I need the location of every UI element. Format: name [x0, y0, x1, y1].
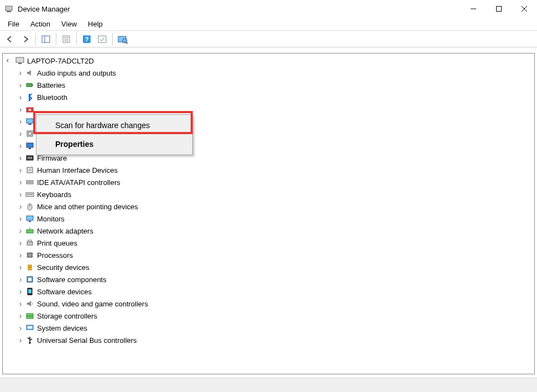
expander-icon[interactable] [17, 215, 24, 222]
tree-node[interactable]: IDE ATA/ATAPI controllers [3, 176, 534, 188]
expander-icon[interactable] [17, 300, 24, 307]
expander-icon[interactable] [17, 276, 24, 283]
bluetooth-icon [25, 92, 35, 102]
action-button[interactable] [96, 33, 109, 46]
tree-node[interactable] [3, 103, 534, 115]
tree-node-label: Software components [37, 276, 107, 284]
battery-icon [25, 80, 35, 90]
expander-icon[interactable] [17, 240, 24, 246]
svg-text:?: ? [85, 36, 89, 43]
tree-root-label: LAPTOP-7ADCLT2D [27, 57, 94, 65]
cpu-icon [25, 250, 35, 260]
expander-icon[interactable] [17, 142, 24, 149]
svg-rect-21 [32, 84, 33, 86]
network-icon [25, 226, 35, 236]
expander-icon[interactable] [17, 179, 24, 186]
audio-icon [25, 68, 35, 78]
toolbar-separator [35, 33, 36, 45]
expander-icon[interactable] [17, 70, 24, 76]
minimize-button[interactable] [461, 0, 486, 18]
menu-file[interactable]: File [2, 19, 25, 29]
scan-hardware-button[interactable] [116, 33, 129, 46]
toolbar-separator [76, 33, 77, 45]
tree-node[interactable]: System devices [3, 322, 534, 334]
tree-node[interactable]: Software devices [3, 285, 534, 298]
svg-rect-20 [27, 83, 32, 87]
expander-icon[interactable] [17, 191, 24, 198]
tree-node[interactable]: Storage controllers [3, 310, 534, 322]
svg-point-23 [29, 109, 31, 111]
toolbar-separator [112, 33, 113, 45]
expander-icon[interactable] [17, 130, 24, 137]
tree-node-label: Processors [37, 251, 73, 259]
app-icon [4, 4, 13, 13]
expander-icon[interactable] [17, 337, 24, 343]
properties-button[interactable] [60, 33, 73, 46]
expander-icon[interactable] [17, 94, 24, 100]
tree-node[interactable]: Software components [3, 273, 534, 285]
svg-rect-58 [27, 316, 33, 319]
expander-icon[interactable] [17, 118, 24, 125]
tree-root[interactable]: LAPTOP-7ADCLT2D [3, 55, 534, 67]
help-button[interactable]: ? [80, 33, 93, 46]
monitor-icon [25, 214, 35, 224]
back-button[interactable] [3, 33, 17, 46]
expander-icon[interactable] [17, 264, 24, 271]
svg-rect-15 [118, 36, 126, 42]
svg-point-52 [29, 267, 31, 268]
tree-node[interactable]: Human Interface Devices [3, 164, 534, 176]
svg-rect-57 [27, 314, 33, 316]
disk-icon [25, 129, 35, 139]
tree-node[interactable]: Print queues [3, 237, 534, 249]
menu-help[interactable]: Help [82, 19, 108, 29]
firmware-icon [25, 153, 35, 163]
maximize-button[interactable] [486, 0, 512, 18]
tree-node-label: IDE ATA/ATAPI controllers [37, 178, 120, 187]
svg-rect-56 [28, 289, 31, 293]
window-title: Device Manager [18, 5, 461, 13]
computer-icon [25, 116, 35, 126]
keyboard-icon [25, 189, 35, 199]
expander-icon[interactable] [17, 288, 24, 295]
expander-icon[interactable] [17, 106, 24, 113]
display-icon [25, 141, 35, 151]
svg-rect-14 [98, 36, 106, 43]
tree-node[interactable]: Network adapters [3, 225, 534, 237]
svg-rect-6 [42, 36, 50, 43]
tree-node[interactable]: Batteries [3, 79, 534, 91]
window-controls [461, 0, 537, 18]
tree-node-label: Network adapters [37, 227, 93, 235]
tree-node[interactable]: Processors [3, 249, 534, 261]
tree-node[interactable]: Sound, video and game controllers [3, 298, 534, 310]
expander-icon[interactable] [17, 227, 24, 234]
menu-view[interactable]: View [56, 19, 82, 29]
forward-button[interactable] [19, 33, 32, 46]
expander-icon[interactable] [17, 82, 24, 88]
show-hide-tree-button[interactable] [39, 33, 52, 46]
menu-action[interactable]: Action [25, 19, 56, 29]
expander-icon[interactable] [17, 325, 24, 331]
tree-node[interactable]: Universal Serial Bus controllers [3, 334, 534, 346]
device-tree[interactable]: LAPTOP-7ADCLT2D Audio inputs and outputs… [2, 53, 535, 374]
expander-icon[interactable] [6, 57, 13, 64]
svg-rect-40 [27, 216, 33, 220]
ctx-properties[interactable]: Properties [38, 135, 191, 153]
toolbar-separator [56, 33, 56, 45]
expander-icon[interactable] [17, 203, 24, 210]
ctx-scan-hardware[interactable]: Scan for hardware changes [38, 116, 191, 135]
tree-node[interactable]: Security devices [3, 261, 534, 273]
tree-node[interactable]: Bluetooth [3, 91, 534, 103]
tree-node[interactable]: Monitors [3, 213, 534, 225]
expander-icon[interactable] [17, 155, 24, 161]
close-button[interactable] [512, 0, 537, 18]
tree-node[interactable]: Keyboards [3, 188, 534, 200]
tree-node[interactable]: Mice and other pointing devices [3, 200, 534, 213]
security-icon [25, 262, 35, 272]
tree-node[interactable]: Audio inputs and outputs [3, 67, 534, 79]
expander-icon[interactable] [17, 252, 24, 258]
expander-icon[interactable] [17, 312, 24, 319]
tree-node-label: Mice and other pointing devices [37, 203, 138, 211]
svg-rect-54 [28, 278, 31, 281]
storage-icon [25, 311, 35, 321]
expander-icon[interactable] [17, 167, 24, 173]
